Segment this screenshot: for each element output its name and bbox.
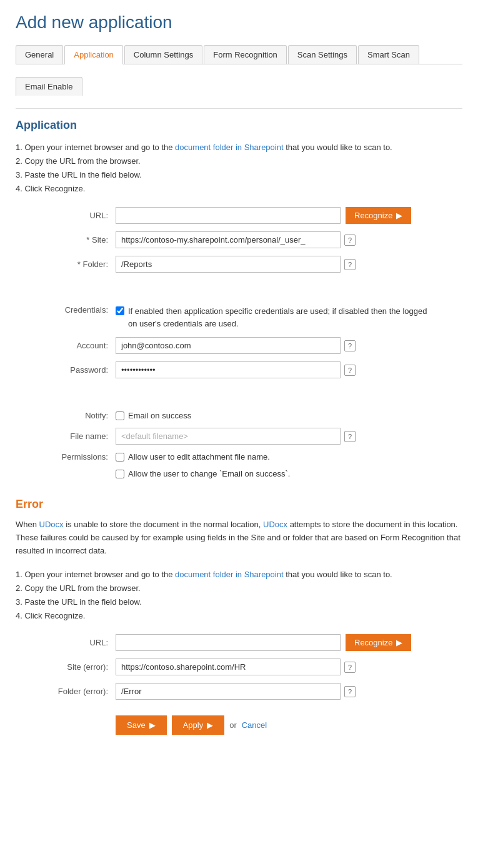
error-recognize-arrow-icon: ▶ (396, 638, 402, 647)
password-help-icon[interactable]: ? (344, 365, 356, 376)
permissions-row: Permissions: Allow user to edit attachme… (16, 452, 462, 482)
recognize-button[interactable]: Recognize ▶ (346, 207, 411, 224)
error-url-label: URL: (16, 638, 116, 647)
credentials-label: Credentials: (16, 305, 116, 315)
password-input[interactable] (116, 361, 341, 378)
filename-label: File name: (16, 431, 116, 441)
credentials-row: Credentials: If enabled then application… (16, 305, 462, 330)
notify-label: Notify: (16, 411, 116, 420)
notify-checkbox[interactable] (116, 411, 124, 420)
error-url-input[interactable] (116, 634, 341, 651)
site-row: * Site: ? (16, 231, 462, 248)
filename-input[interactable] (116, 428, 341, 445)
application-section-title: Application (16, 119, 462, 132)
url-input[interactable] (116, 207, 341, 224)
folder-label: * Folder: (16, 260, 116, 269)
folder-input[interactable] (116, 256, 341, 273)
password-label: Password: (16, 365, 116, 375)
error-site-row: Site (error): ? (16, 659, 462, 675)
folder-help-icon[interactable]: ? (344, 259, 356, 270)
error-recognize-button[interactable]: Recognize ▶ (346, 634, 411, 651)
account-row: Account: ? (16, 337, 462, 354)
application-section: Application 1. Open your internet browse… (16, 119, 462, 482)
password-row: Password: ? (16, 361, 462, 378)
tab-smart-scan[interactable]: Smart Scan (358, 45, 419, 64)
error-instruction-3: 3. Paste the URL in the field below. (16, 595, 462, 609)
instruction-3: 3. Paste the URL in the field below. (16, 168, 462, 182)
error-folder-label: Folder (error): (16, 687, 116, 696)
permission-1-row: Allow user to edit attachment file name. (116, 452, 290, 462)
tab-scan-settings[interactable]: Scan Settings (288, 45, 357, 64)
apply-arrow-icon: ▶ (207, 720, 213, 730)
cancel-link[interactable]: Cancel (242, 720, 267, 730)
notify-text: Email on success (128, 411, 191, 420)
error-url-row: URL: Recognize ▶ (16, 634, 462, 651)
tab-general[interactable]: General (16, 45, 63, 64)
instruction-4: 4. Click Recognize. (16, 182, 462, 196)
application-instructions: 1. Open your internet browser and go to … (16, 141, 462, 196)
permission-2-text: Allow the user to change `Email on succe… (128, 469, 290, 478)
apply-button[interactable]: Apply ▶ (172, 715, 225, 735)
permission-1-text: Allow user to edit attachment file name. (128, 452, 270, 462)
error-site-help-icon[interactable]: ? (344, 662, 356, 673)
error-instruction-2: 2. Copy the URL from the browser. (16, 582, 462, 595)
filename-row: File name: ? (16, 428, 462, 445)
recognize-arrow-icon: ▶ (396, 211, 402, 220)
notify-row: Notify: Email on success (16, 411, 462, 420)
error-description: When UDocx is unable to store the docume… (16, 518, 462, 557)
account-input[interactable] (116, 337, 341, 354)
save-button[interactable]: Save ▶ (116, 715, 167, 735)
credentials-checkbox[interactable] (116, 306, 124, 315)
permissions-label: Permissions: (16, 452, 116, 462)
filename-help-icon[interactable]: ? (344, 431, 356, 442)
save-arrow-icon: ▶ (149, 720, 156, 730)
error-folder-input[interactable] (116, 683, 341, 700)
site-help-icon[interactable]: ? (344, 235, 356, 246)
error-folder-help-icon[interactable]: ? (344, 686, 356, 697)
error-site-input[interactable] (116, 659, 341, 675)
error-folder-row: Folder (error): ? (16, 683, 462, 700)
error-instruction-4: 4. Click Recognize. (16, 609, 462, 623)
error-site-label: Site (error): (16, 662, 116, 672)
permission-1-checkbox[interactable] (116, 453, 124, 462)
tab-form-recognition[interactable]: Form Recognition (204, 45, 287, 64)
permission-2-row: Allow the user to change `Email on succe… (116, 469, 290, 478)
site-input[interactable] (116, 231, 341, 248)
permissions-checks: Allow user to edit attachment file name.… (116, 452, 290, 482)
error-section-title: Error (16, 498, 462, 511)
folder-row: * Folder: ? (16, 256, 462, 273)
permission-2-checkbox[interactable] (116, 470, 124, 478)
error-instruction-1: 1. Open your internet browser and go to … (16, 568, 462, 582)
url-label: URL: (16, 211, 116, 220)
account-help-icon[interactable]: ? (344, 340, 356, 351)
site-label: * Site: (16, 235, 116, 245)
tab-bar: General Application Column Settings Form… (16, 45, 462, 64)
instruction-1: 1. Open your internet browser and go to … (16, 141, 462, 154)
account-label: Account: (16, 341, 116, 350)
page-title: Add new application (16, 13, 462, 33)
error-instructions: 1. Open your internet browser and go to … (16, 568, 462, 623)
or-text: or (229, 720, 237, 730)
credentials-text: If enabled then application specific cre… (128, 305, 434, 330)
tab-column-settings[interactable]: Column Settings (124, 45, 202, 64)
instruction-2: 2. Copy the URL from the browser. (16, 154, 462, 168)
url-row: URL: Recognize ▶ (16, 207, 462, 224)
error-section: Error When UDocx is unable to store the … (16, 498, 462, 700)
tab-email-enable[interactable]: Email Enable (16, 77, 82, 96)
action-row: Save ▶ Apply ▶ or Cancel (116, 715, 462, 735)
tab-application[interactable]: Application (64, 45, 123, 64)
